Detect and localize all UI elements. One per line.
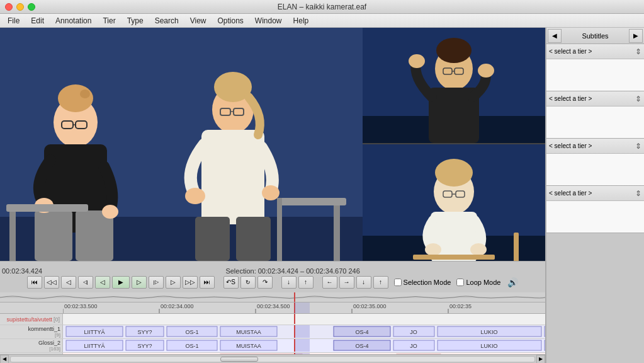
loop-mode-label: Loop Mode <box>466 279 500 286</box>
loop-mode-checkbox[interactable] <box>456 279 464 286</box>
svg-text:00:02:33.500: 00:02:33.500 <box>64 303 98 309</box>
btn-up[interactable]: ↑ <box>298 276 314 289</box>
btn-next-frame[interactable]: ▷ <box>166 276 181 289</box>
svg-point-17 <box>185 188 205 204</box>
menu-search[interactable]: Search <box>150 15 184 26</box>
btn-step-fwd[interactable]: ▷ <box>132 276 147 289</box>
btn-loop-back[interactable]: ↶S <box>223 276 239 289</box>
btn-to-end[interactable]: ⏭ <box>200 276 215 289</box>
tier-select-4[interactable]: < select a tier > ⇕ <box>546 186 644 201</box>
menu-help[interactable]: Help <box>288 15 314 26</box>
tier-spin-3[interactable]: ⇕ <box>635 142 641 151</box>
btn-arrow-up2[interactable]: ↑ <box>373 276 388 289</box>
menu-window[interactable]: Window <box>250 15 287 26</box>
selection-mode-checkbox[interactable] <box>394 279 402 286</box>
subtitle-prev-button[interactable]: ◀ <box>548 29 562 43</box>
svg-point-33 <box>478 64 494 78</box>
scroll-track[interactable] <box>10 356 535 362</box>
menu-tier[interactable]: Tier <box>98 15 120 26</box>
svg-rect-15 <box>195 217 230 261</box>
btn-prev-annot[interactable]: ◁◁ <box>44 276 59 289</box>
timeline-tracks: supistettu/taivutett [0] kommentti_1 [9] <box>0 314 545 354</box>
timeline-scrollbar: ◀ ▶ <box>0 354 545 363</box>
tier-text-4 <box>546 201 644 233</box>
tier-spin-1[interactable]: ⇕ <box>635 47 641 56</box>
svg-text:JO: JO <box>410 329 417 335</box>
svg-rect-49 <box>514 233 519 261</box>
tier-spin-4[interactable]: ⇕ <box>635 189 641 198</box>
tier-select-1[interactable]: < select a tier > ⇕ <box>546 44 644 59</box>
btn-down[interactable]: ↓ <box>281 276 297 289</box>
track-content-sana[interactable]: muis oli <box>63 353 545 354</box>
menu-type[interactable]: Type <box>122 15 149 26</box>
track-label-sana: sanahahmo_2 [85] <box>0 353 63 354</box>
svg-text:OS-4: OS-4 <box>355 343 368 349</box>
svg-rect-26 <box>277 198 346 205</box>
loop-mode-container: Loop Mode <box>456 279 500 286</box>
svg-point-12 <box>80 89 90 98</box>
btn-arrow-right[interactable]: → <box>339 276 354 289</box>
btn-go-back[interactable]: ◁| <box>78 276 93 289</box>
maximize-button[interactable] <box>28 3 35 11</box>
btn-loop-fwd[interactable]: ↷ <box>257 276 273 289</box>
close-button[interactable] <box>5 3 13 11</box>
svg-text:JO: JO <box>410 343 417 349</box>
video-left[interactable] <box>0 28 363 261</box>
btn-to-start[interactable]: ⏮ <box>27 276 42 289</box>
btn-go-fwd[interactable]: |▷ <box>149 276 164 289</box>
tier-text-3 <box>546 154 644 185</box>
btn-next-annot[interactable]: ▷▷ <box>183 276 198 289</box>
video-top-right[interactable] <box>363 28 545 144</box>
subtitle-tier-1: < select a tier > ⇕ <box>546 44 644 91</box>
scroll-left-button[interactable]: ◀ <box>0 355 9 364</box>
ruler-display: 00:02:33.500 00:02:34.000 00:02:34.500 0… <box>63 302 545 314</box>
svg-text:00:02:35.000: 00:02:35.000 <box>353 303 387 309</box>
track-label-supistettu: supistettu/taivutett [0] <box>0 314 63 325</box>
svg-point-7 <box>102 205 118 219</box>
btn-arrow-down2[interactable]: ↓ <box>356 276 371 289</box>
svg-text:LIITTYÄ: LIITTYÄ <box>84 329 105 335</box>
svg-point-32 <box>409 54 425 68</box>
tier-spin-2[interactable]: ⇕ <box>635 95 641 103</box>
menu-options[interactable]: Options <box>213 15 249 26</box>
selection-mode-container: Selection Mode <box>394 279 451 286</box>
transport-bar: 00:02:34.424 Selection: 00:02:34.424 – 0… <box>0 261 545 292</box>
svg-point-42 <box>425 243 441 256</box>
video-bottom-right[interactable] <box>363 144 545 261</box>
menu-file[interactable]: File <box>3 15 25 26</box>
svg-rect-25 <box>334 204 340 261</box>
svg-text:MUISTAA: MUISTAA <box>236 343 261 349</box>
svg-text:SYY?: SYY? <box>137 343 152 349</box>
subtitle-tier-4: < select a tier > ⇕ <box>546 186 644 233</box>
track-content-glossi[interactable]: LIITTYÄ SYY? OS-1 MUISTAA OS-4 JO <box>63 339 545 352</box>
tier-select-2[interactable]: < select a tier > ⇕ <box>546 91 644 107</box>
svg-rect-4 <box>35 210 72 261</box>
volume-icon[interactable]: 🔊 <box>507 277 518 287</box>
subtitle-panel: ◀ Subtitles ▶ < select a tier > ⇕ < sele… <box>545 28 644 363</box>
track-content-supistettu[interactable] <box>63 314 545 325</box>
tier-text-2 <box>546 107 644 138</box>
btn-prev-frame[interactable]: ◁ <box>61 276 76 289</box>
tier-select-3[interactable]: < select a tier > ⇕ <box>546 139 644 154</box>
svg-rect-16 <box>236 217 271 261</box>
svg-rect-48 <box>413 255 495 260</box>
btn-loop-mode[interactable]: ↻ <box>240 276 256 289</box>
subtitle-next-button[interactable]: ▶ <box>629 29 643 43</box>
track-label-glossi: Glossi_2 [163] <box>0 339 63 352</box>
menu-edit[interactable]: Edit <box>26 15 49 26</box>
btn-play[interactable]: ▶ <box>112 276 130 289</box>
menu-view[interactable]: View <box>185 15 212 26</box>
subtitle-title: Subtitles <box>563 32 628 40</box>
svg-point-11 <box>58 84 93 112</box>
window-title: ELAN – kaikki kamerat.eaf <box>278 3 366 11</box>
minimize-button[interactable] <box>16 3 24 11</box>
svg-point-44 <box>435 159 473 187</box>
scroll-right-button[interactable]: ▶ <box>536 355 545 364</box>
btn-step-back[interactable]: ◁ <box>95 276 110 289</box>
scroll-thumb[interactable] <box>220 357 258 362</box>
btn-arrow-left[interactable]: ← <box>322 276 337 289</box>
time-display: 00:02:34.424 Selection: 00:02:34.424 – 0… <box>2 266 543 276</box>
track-content-kommentti[interactable]: LIITTYÄ SYY? OS-1 MUISTAA OS-4 JO <box>63 325 545 338</box>
menu-annotation[interactable]: Annotation <box>50 15 96 26</box>
transport-buttons: ⏮ ◁◁ ◁ ◁| ◁ ▶ ▷ |▷ ▷ ▷▷ ⏭ ↶S ↻ ↷ ↓ ↑ ← <box>27 276 519 289</box>
